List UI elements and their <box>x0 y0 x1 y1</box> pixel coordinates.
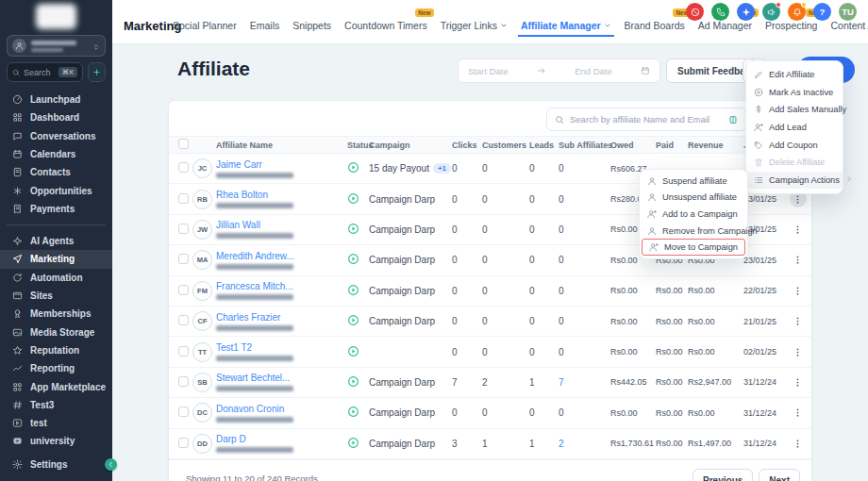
row-checkbox[interactable] <box>178 162 189 173</box>
affiliate-name-link[interactable]: Jillian Wall <box>216 220 342 230</box>
tab-content-ai[interactable]: Content AI <box>830 20 868 31</box>
sidebar-item-app-marketplace[interactable]: App Marketplace <box>0 377 112 395</box>
record-disabled-icon[interactable] <box>686 3 704 21</box>
menu-item-delete-affiliate[interactable]: Delete Affiliate <box>746 154 843 172</box>
affiliate-name-link[interactable]: Rhea Bolton <box>216 190 342 200</box>
row-checkbox[interactable] <box>178 254 189 264</box>
sidebar-item-test3[interactable]: Test3 <box>0 396 112 414</box>
submenu-item-add-to-a-campaign[interactable]: Add to a Campaign <box>640 206 747 223</box>
affiliate-name-link[interactable]: Francesca Mitch... <box>216 281 342 291</box>
campaign-name: Campaign Darp <box>369 194 435 205</box>
announcements-icon[interactable] <box>762 3 780 21</box>
menu-item-add-coupon[interactable]: Add Coupon <box>746 136 843 154</box>
affiliate-search-input[interactable]: Search by affiliate Name and Email <box>546 108 746 131</box>
menu-item-edit-affiliate[interactable]: Edit Affiliate <box>746 66 843 84</box>
sidebar-item-launchpad[interactable]: Launchpad <box>0 91 112 108</box>
leads-value: 0 <box>527 255 558 265</box>
sidebar-item-marketing[interactable]: Marketing <box>0 250 112 268</box>
previous-page-button[interactable]: Previous <box>693 469 753 481</box>
table-row[interactable]: TT Test1 T2 0 0 <box>169 337 811 367</box>
phone-icon[interactable] <box>711 3 729 21</box>
row-actions-kebab-button[interactable] <box>790 313 807 330</box>
next-page-button[interactable]: Next <box>759 469 800 481</box>
submenu-item-remove-from-campaign[interactable]: Remove from Campaign <box>640 223 747 240</box>
sidebar-item-media-storage[interactable]: Media Storage <box>0 323 112 340</box>
notifications-bell-icon[interactable] <box>788 3 806 21</box>
row-actions-kebab-button[interactable] <box>790 252 807 269</box>
row-checkbox[interactable] <box>178 315 189 325</box>
sidebar-item-reporting[interactable]: Reporting <box>0 359 112 377</box>
row-checkbox[interactable] <box>178 285 189 295</box>
table-row[interactable]: FM Francesca Mitch... Campaign Darp 0 <box>169 276 811 307</box>
menu-item-campaign-actions[interactable]: Campaign Actions <box>746 172 843 190</box>
date-range-picker[interactable]: Start Date End Date <box>458 58 660 83</box>
sidebar-search-input[interactable]: Search ⌘K <box>7 62 83 82</box>
submenu-item-suspend-affiliate[interactable]: Suspend affiliate <box>640 173 747 190</box>
row-checkbox[interactable] <box>178 376 189 387</box>
campaign-count-badge[interactable]: +1 <box>433 163 451 174</box>
sidebar-add-button[interactable] <box>88 62 106 82</box>
tab-emails[interactable]: Emails <box>250 20 280 31</box>
row-checkbox[interactable] <box>178 438 189 448</box>
affiliate-name-link[interactable]: Darp D <box>216 434 342 444</box>
tab-snippets[interactable]: Snippets <box>292 20 331 31</box>
tab-affiliate-manager[interactable]: Affiliate Manager <box>521 20 611 31</box>
tab-prospecting[interactable]: Prospecting New <box>765 20 817 31</box>
tab-trigger-links[interactable]: Trigger Links <box>441 20 508 31</box>
affiliate-name-link[interactable]: Donavon Cronin <box>216 404 342 414</box>
manage-columns-icon[interactable] <box>728 115 738 124</box>
connect-icon[interactable] <box>737 3 755 21</box>
row-checkbox[interactable] <box>178 224 189 234</box>
sidebar-collapse-button[interactable] <box>105 458 117 471</box>
end-date-field[interactable]: End Date <box>575 66 612 76</box>
row-actions-kebab-button[interactable] <box>790 282 807 299</box>
tab-brand-boards[interactable]: Brand Boards New <box>625 20 685 31</box>
submenu-item-unsuspend-affiliate[interactable]: Unsuspend affiliate <box>640 190 747 207</box>
affiliate-name-link[interactable]: Jaime Carr <box>216 159 342 170</box>
sidebar-item-contacts[interactable]: Contacts <box>0 163 112 181</box>
start-date-field[interactable]: Start Date <box>468 66 509 76</box>
row-actions-kebab-button[interactable] <box>790 373 807 390</box>
row-checkbox[interactable] <box>178 406 189 417</box>
sidebar-item-sites[interactable]: Sites <box>0 287 112 305</box>
tab-countdown-timers[interactable]: Countdown Timers New <box>344 20 427 31</box>
affiliate-name-link[interactable]: Meredith Andrew... <box>216 251 342 261</box>
sidebar-item-memberships[interactable]: Memberships <box>0 305 112 323</box>
menu-item-add-lead[interactable]: Add Lead <box>746 119 843 137</box>
sidebar-item-test[interactable]: test <box>0 414 112 432</box>
sidebar-item-conversations[interactable]: Conversations <box>0 127 112 145</box>
row-actions-kebab-button[interactable] <box>790 343 807 360</box>
submenu-item-move-to-campaign[interactable]: Move to Campaign <box>642 239 745 256</box>
sidebar-item-opportunities[interactable]: Opportunities <box>0 181 112 199</box>
sidebar-item-payments[interactable]: Payments <box>0 200 112 218</box>
row-checkbox[interactable] <box>178 193 189 204</box>
tab-ad-manager[interactable]: Ad Manager New <box>698 20 752 31</box>
affiliate-name-link[interactable]: Stewart Bechtel... <box>216 373 342 383</box>
select-all-checkbox[interactable] <box>178 139 189 149</box>
menu-item-add-sales-manually[interactable]: Add Sales Manually <box>746 101 843 119</box>
sidebar-item-settings[interactable]: Settings <box>0 456 112 473</box>
affiliate-name-link[interactable]: Test1 T2 <box>216 342 342 353</box>
sidebar-item-calendars[interactable]: Calendars <box>0 145 112 163</box>
help-icon[interactable]: ? <box>813 3 831 21</box>
sidebar-item-dashboard[interactable]: Dashboard <box>0 108 112 126</box>
table-row[interactable]: CF Charles Frazier Campaign Darp 0 <box>169 307 811 337</box>
row-actions-kebab-button[interactable] <box>790 405 807 422</box>
sidebar-item-university[interactable]: university <box>0 432 112 450</box>
menu-item-mark-as-inactive[interactable]: Mark As Inactive <box>746 84 843 102</box>
user-avatar[interactable]: TU <box>839 3 857 21</box>
affiliate-name-link[interactable]: Charles Frazier <box>216 312 342 323</box>
sidebar-item-reputation[interactable]: Reputation <box>0 341 112 359</box>
owed-value: Rs0.00 <box>610 347 656 357</box>
table-row[interactable]: SB Stewart Bechtel... Campaign Darp 7 <box>169 368 811 398</box>
account-switcher[interactable] <box>7 35 106 57</box>
row-actions-kebab-button[interactable] <box>790 221 807 238</box>
tab-social-planner[interactable]: Social Planner <box>173 20 237 31</box>
row-checkbox[interactable] <box>178 346 189 357</box>
topbar: Marketing Social Planner Emails Snippets… <box>112 0 868 44</box>
sidebar-item-automation[interactable]: Automation <box>0 269 112 287</box>
table-row[interactable]: DC Donavon Cronin Campaign Darp 0 <box>169 398 811 428</box>
row-actions-kebab-button[interactable] <box>790 435 807 452</box>
table-row[interactable]: DD Darp D Campaign Darp 3 <box>169 429 811 459</box>
sidebar-item-ai-agents[interactable]: AI Agents <box>0 232 112 250</box>
